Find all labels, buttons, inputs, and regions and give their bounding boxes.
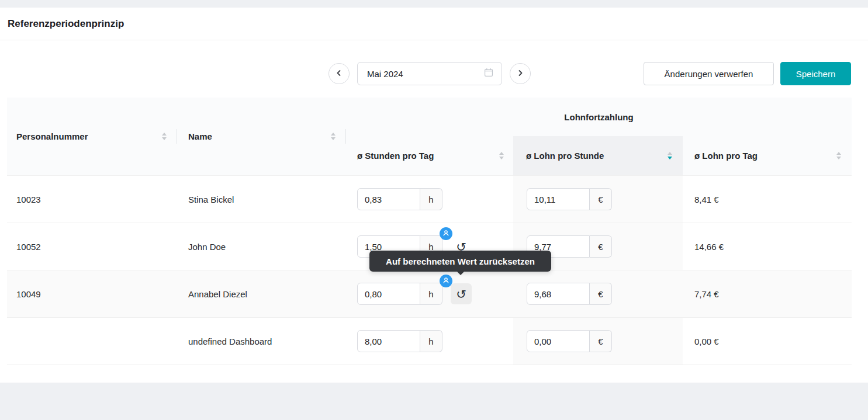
tooltip-text: Auf berechneten Wert zurücksetzen [386, 256, 535, 266]
sort-icon[interactable] [836, 152, 841, 159]
column-header-name[interactable]: Name [177, 98, 346, 175]
name-cell: undefined Dashboard [177, 318, 346, 365]
table-row: 10049 Annabel Diezel h [7, 270, 852, 318]
next-month-button[interactable] [510, 63, 531, 84]
sort-icon-active-desc[interactable] [668, 152, 672, 159]
top-strip [0, 0, 868, 8]
sort-icon[interactable] [331, 133, 336, 140]
hours-unit-label: h [420, 330, 442, 352]
month-picker-value: Mai 2024 [367, 69, 403, 79]
euro-unit-label: € [590, 283, 612, 305]
name-cell: John Doe [177, 223, 346, 270]
page-title: Referenzperiodenprinzip [8, 18, 124, 30]
hours-per-day-cell: h ↺ [346, 270, 513, 317]
title-bar: Referenzperiodenprinzip [0, 8, 868, 40]
manual-edit-badge [440, 275, 452, 287]
table-row: undefined Dashboard h € 0,00 € [7, 318, 852, 365]
personalnummer-cell: 10052 [7, 223, 177, 270]
wage-per-hour-cell: € [513, 270, 683, 317]
euro-unit-label: € [590, 330, 612, 352]
group-header-lohnfortzahlung: Lohnfortzahlung [346, 98, 852, 136]
chevron-right-icon [517, 70, 524, 78]
user-icon [442, 276, 450, 286]
discard-changes-button[interactable]: Änderungen verwerfen [644, 62, 774, 85]
column-header-hours-per-day[interactable]: ø Stunden pro Tag [346, 136, 513, 175]
sort-icon[interactable] [162, 133, 167, 140]
hours-unit-label: h [420, 188, 442, 210]
manual-edit-badge [440, 227, 452, 240]
tooltip: Auf berechneten Wert zurücksetzen [369, 251, 551, 272]
save-button[interactable]: Speichern [780, 62, 851, 85]
personalnummer-cell [7, 318, 177, 365]
table-header: Personalnummer Name Lohnfortzahlung ø St… [7, 98, 852, 176]
wage-per-day-cell: 0,00 € [683, 318, 852, 365]
wage-per-hour-cell: € [513, 318, 683, 365]
euro-unit-label: € [590, 235, 612, 258]
calendar-icon [484, 68, 493, 79]
month-picker[interactable]: Mai 2024 [357, 62, 502, 85]
reset-icon: ↺ [456, 288, 466, 300]
user-icon [442, 229, 450, 239]
wage-per-hour-input[interactable] [527, 330, 590, 352]
wage-per-day-cell: 7,74 € [683, 270, 852, 317]
euro-unit-label: € [590, 188, 612, 210]
personalnummer-cell: 10049 [7, 270, 177, 317]
column-header-wage-per-hour[interactable]: ø Lohn pro Stunde [513, 136, 683, 175]
wage-per-hour-cell: € [513, 176, 683, 223]
reset-to-calculated-button[interactable]: ↺ [451, 283, 472, 304]
referenzperioden-page: Referenzperiodenprinzip Mai 2024 Änderun… [0, 0, 868, 420]
previous-month-button[interactable] [328, 63, 350, 84]
hours-per-day-input[interactable] [357, 188, 420, 210]
column-header-wage-per-day[interactable]: ø Lohn pro Tag [683, 136, 852, 175]
sort-icon[interactable] [499, 152, 504, 159]
table-row: 10023 Stina Bickel h € 8,41 € [7, 176, 852, 223]
reference-period-table: Personalnummer Name Lohnfortzahlung ø St… [7, 98, 852, 365]
name-cell: Stina Bickel [177, 176, 346, 223]
column-label: Name [188, 131, 212, 141]
column-label: ø Lohn pro Stunde [526, 151, 604, 161]
name-cell: Annabel Diezel [177, 270, 346, 317]
hours-per-day-cell: h [346, 318, 513, 365]
hours-per-day-cell: h [346, 176, 513, 223]
column-label: ø Stunden pro Tag [357, 151, 434, 161]
wage-per-hour-input[interactable] [527, 283, 590, 305]
hours-unit-label: h [420, 283, 442, 305]
personalnummer-cell: 10023 [7, 176, 177, 223]
column-label: Personalnummer [16, 131, 88, 141]
column-header-personalnummer[interactable]: Personalnummer [7, 98, 177, 175]
chevron-left-icon [336, 70, 343, 78]
footer-strip [0, 383, 868, 420]
wage-per-day-cell: 14,66 € [683, 223, 852, 270]
wage-per-day-cell: 8,41 € [683, 176, 852, 223]
hours-per-day-input[interactable] [357, 330, 420, 352]
wage-per-hour-input[interactable] [527, 188, 590, 210]
column-label: ø Lohn pro Tag [694, 151, 758, 161]
hours-per-day-input[interactable] [357, 283, 420, 305]
